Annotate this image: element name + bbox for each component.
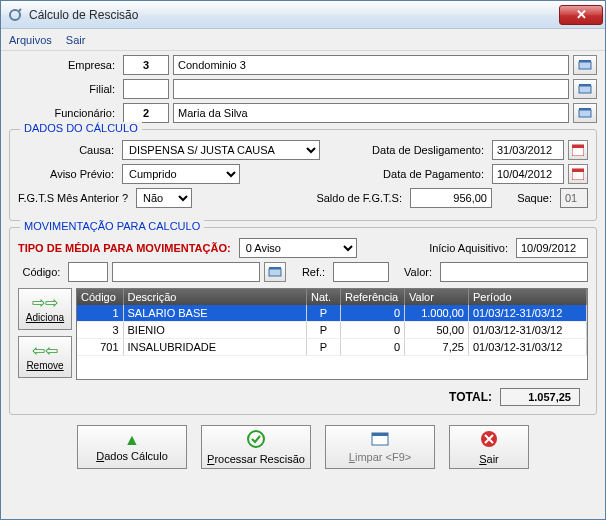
table-cell: 3 xyxy=(77,322,123,339)
arrow-up-icon: ▲ xyxy=(124,432,140,448)
table-cell: 1.000,00 xyxy=(405,305,469,322)
app-icon xyxy=(7,7,23,23)
table-cell: BIENIO xyxy=(123,322,307,339)
svg-rect-12 xyxy=(269,269,281,276)
limpar-label: Limpar <F9> xyxy=(349,451,411,463)
col-valor[interactable]: Valor xyxy=(405,289,469,305)
pagamento-date-button[interactable] xyxy=(568,164,588,184)
causa-label: Causa: xyxy=(18,144,118,156)
adiciona-button[interactable]: ⇨⇨ Adiciona xyxy=(18,288,72,330)
row-tipo-media: TIPO DE MÉDIA PARA MOVIMENTAÇÃO: 0 Aviso… xyxy=(18,238,588,258)
ref-input[interactable] xyxy=(333,262,389,282)
content: Empresa: Filial: Funcionário: xyxy=(1,51,605,519)
empresa-lookup-button[interactable] xyxy=(573,55,597,75)
table-row[interactable]: 701INSALUBRIDADEP07,2501/03/12-31/03/12 xyxy=(77,339,587,356)
col-nat[interactable]: Nat. xyxy=(307,289,341,305)
svg-rect-11 xyxy=(572,169,584,172)
aviso-label: Aviso Prévio: xyxy=(18,168,118,180)
row-fgts: F.G.T.S Mês Anterior ? Não Saldo de F.G.… xyxy=(18,188,588,208)
table-row[interactable]: 1SALARIO BASEP01.000,0001/03/12-31/03/12 xyxy=(77,305,587,322)
svg-line-1 xyxy=(19,9,21,11)
filial-name-input[interactable] xyxy=(173,79,569,99)
filial-code-input[interactable] xyxy=(123,79,169,99)
lookup-icon xyxy=(578,107,592,119)
saque-input[interactable] xyxy=(560,188,588,208)
funcionario-label: Funcionário: xyxy=(9,107,119,119)
table-cell: 7,25 xyxy=(405,339,469,356)
mov-legend: MOVIMENTAÇÃO PARA CALCULO xyxy=(20,220,204,232)
causa-select[interactable]: DISPENSA S/ JUSTA CAUSA xyxy=(122,140,320,160)
processar-button[interactable]: Processar Rescisão xyxy=(201,425,311,469)
svg-rect-13 xyxy=(269,267,281,269)
filial-label: Filial: xyxy=(9,83,119,95)
calendar-icon xyxy=(572,168,584,180)
total-label: TOTAL: xyxy=(449,390,492,404)
check-icon xyxy=(247,430,265,451)
close-button[interactable]: ✕ xyxy=(559,5,603,25)
svg-rect-3 xyxy=(579,60,591,62)
table-cell: 1 xyxy=(77,305,123,322)
svg-rect-6 xyxy=(579,110,591,117)
table-row[interactable]: 3BIENIOP050,0001/03/12-31/03/12 xyxy=(77,322,587,339)
bottom-buttons: ▲ Dados Cálculo Processar Rescisão Limpa… xyxy=(9,425,597,469)
table-cell: 701 xyxy=(77,339,123,356)
dados-calculo-label: Dados Cálculo xyxy=(96,450,168,462)
calendar-icon xyxy=(572,144,584,156)
table-cell: 0 xyxy=(341,305,405,322)
fgts-mes-select[interactable]: Não xyxy=(136,188,192,208)
row-aviso: Aviso Prévio: Cumprido Data de Pagamento… xyxy=(18,164,588,184)
menu-arquivos[interactable]: Arquivos xyxy=(9,34,52,46)
col-referencia[interactable]: Referência xyxy=(341,289,405,305)
table-cell: 01/03/12-31/03/12 xyxy=(469,305,587,322)
inicio-aquisitivo-input[interactable] xyxy=(516,238,588,258)
group-dados-calculo: DADOS DO CÁLCULO Causa: DISPENSA S/ JUST… xyxy=(9,129,597,221)
pagamento-input[interactable] xyxy=(492,164,564,184)
funcionario-name-input[interactable] xyxy=(173,103,569,123)
menubar: Arquivos Sair xyxy=(1,29,605,51)
lookup-icon xyxy=(268,266,282,278)
empresa-code-input[interactable] xyxy=(123,55,169,75)
svg-rect-16 xyxy=(372,433,388,436)
mov-grid[interactable]: Código Descrição Nat. Referência Valor P… xyxy=(76,288,588,380)
lookup-icon xyxy=(578,59,592,71)
col-periodo[interactable]: Período xyxy=(469,289,587,305)
svg-rect-7 xyxy=(579,108,591,110)
codigo-desc-input[interactable] xyxy=(112,262,260,282)
row-funcionario: Funcionário: xyxy=(9,103,597,123)
tipo-media-select[interactable]: 0 Aviso xyxy=(239,238,357,258)
table-cell: P xyxy=(307,322,341,339)
pagamento-label: Data de Pagamento: xyxy=(244,168,488,180)
svg-point-14 xyxy=(248,431,264,447)
dados-calculo-button[interactable]: ▲ Dados Cálculo xyxy=(77,425,187,469)
saldo-input[interactable] xyxy=(410,188,492,208)
col-descricao[interactable]: Descrição xyxy=(123,289,307,305)
codigo-lookup-button[interactable] xyxy=(264,262,285,282)
table-cell: SALARIO BASE xyxy=(123,305,307,322)
row-codigo-entry: Código: Ref.: Valor: xyxy=(18,262,588,282)
codigo-input[interactable] xyxy=(68,262,108,282)
empresa-name-input[interactable] xyxy=(173,55,569,75)
valor-input[interactable] xyxy=(440,262,588,282)
tipo-media-label: TIPO DE MÉDIA PARA MOVIMENTAÇÃO: xyxy=(18,242,231,254)
inicio-aquisitivo-label: Início Aquisitivo: xyxy=(361,242,512,254)
table-cell: P xyxy=(307,305,341,322)
svg-point-0 xyxy=(10,10,20,20)
desligamento-input[interactable] xyxy=(492,140,564,160)
filial-lookup-button[interactable] xyxy=(573,79,597,99)
svg-rect-4 xyxy=(579,86,591,93)
aviso-select[interactable]: Cumprido xyxy=(122,164,240,184)
funcionario-code-input[interactable] xyxy=(123,103,169,123)
table-cell: 0 xyxy=(341,339,405,356)
sair-button[interactable]: Sair xyxy=(449,425,529,469)
remove-button[interactable]: ⇦⇦ Remove xyxy=(18,336,72,378)
limpar-button[interactable]: Limpar <F9> xyxy=(325,425,435,469)
row-causa: Causa: DISPENSA S/ JUSTA CAUSA Data de D… xyxy=(18,140,588,160)
svg-rect-5 xyxy=(579,84,591,86)
table-cell: 01/03/12-31/03/12 xyxy=(469,339,587,356)
total-value: 1.057,25 xyxy=(500,388,580,406)
funcionario-lookup-button[interactable] xyxy=(573,103,597,123)
desligamento-date-button[interactable] xyxy=(568,140,588,160)
menu-sair[interactable]: Sair xyxy=(66,34,86,46)
ref-label: Ref.: xyxy=(290,266,329,278)
col-codigo[interactable]: Código xyxy=(77,289,123,305)
